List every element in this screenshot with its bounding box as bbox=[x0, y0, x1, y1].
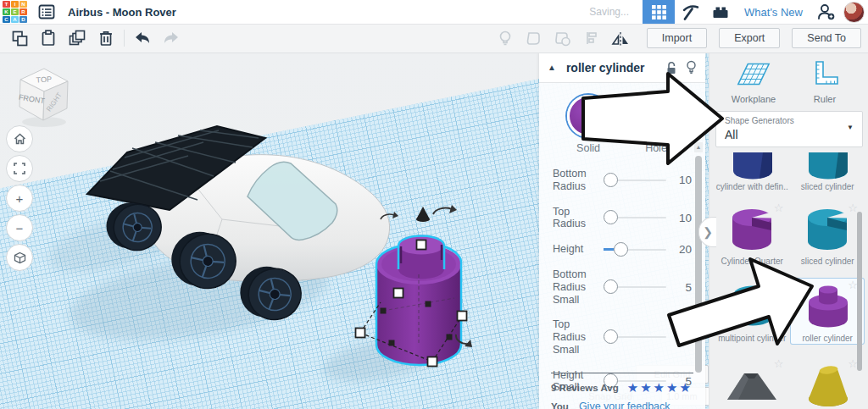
shape-parameters: Bottom Radius 10 Top Radius 10 Height 20… bbox=[539, 158, 705, 394]
shape-card[interactable]: ☆ Flattened cylinder bbox=[791, 357, 864, 409]
slider-knob[interactable] bbox=[604, 329, 618, 344]
slider-track[interactable] bbox=[604, 336, 666, 338]
material-swatches: Solid Hole bbox=[539, 83, 705, 158]
ungroup-icon[interactable] bbox=[548, 27, 577, 49]
reviews-footer: 9 Reviews Avg ★★★★★ You Give your feedba… bbox=[551, 373, 693, 409]
favorite-star-icon[interactable]: ☆ bbox=[774, 358, 784, 369]
viewcube-top-label: TOP bbox=[36, 75, 52, 84]
title-bar: TINKERCAD Airbus - Moon Rover Saving... … bbox=[0, 0, 868, 25]
lego-brick-icon[interactable] bbox=[705, 0, 736, 24]
favorite-star-icon[interactable]: ☆ bbox=[774, 279, 784, 290]
align-icon[interactable] bbox=[577, 27, 606, 49]
hole-label: Hole bbox=[635, 142, 677, 154]
library-scrollbar[interactable] bbox=[857, 212, 862, 371]
slider-top-radius-small: Top Radius Small 5 bbox=[553, 318, 692, 356]
mirror-icon[interactable] bbox=[606, 27, 635, 49]
inspector-scrollbar[interactable] bbox=[695, 156, 702, 373]
export-button[interactable]: Export bbox=[719, 28, 780, 48]
slider-track[interactable] bbox=[604, 249, 666, 251]
shape-card[interactable]: cylinder with defin.. bbox=[715, 151, 789, 192]
duplicate-icon[interactable] bbox=[63, 27, 92, 49]
dashboard-grid-button[interactable] bbox=[643, 0, 675, 24]
collapse-panel-icon[interactable]: ▲ bbox=[548, 63, 556, 72]
feedback-link[interactable]: Give your feedback bbox=[579, 401, 670, 409]
shape-library-panel: Workplane Ruler Shape Generators All ▼ bbox=[709, 53, 868, 409]
home-view-button[interactable] bbox=[6, 125, 33, 152]
shape-card[interactable]: sliced cylinder bbox=[791, 151, 864, 192]
inspector-header: ▲ roller cylinder bbox=[539, 53, 705, 83]
delete-icon[interactable] bbox=[92, 27, 120, 49]
edit-toolbar: Import Export Send To bbox=[0, 24, 868, 53]
undo-icon[interactable] bbox=[128, 27, 157, 49]
slider-knob[interactable] bbox=[604, 210, 618, 224]
show-all-icon[interactable] bbox=[491, 27, 520, 49]
whats-new-link[interactable]: What's New bbox=[744, 6, 803, 19]
shape-card[interactable]: ☆ Square tapered to .. bbox=[715, 357, 789, 409]
ruler-icon bbox=[810, 59, 840, 88]
slider-knob[interactable] bbox=[614, 242, 628, 257]
view-cube[interactable]: TOP FRONT RIGHT bbox=[10, 59, 76, 132]
shape-card-selected[interactable]: ☆ roller cylinder bbox=[791, 279, 864, 344]
slider-height: Height 20 bbox=[553, 243, 692, 256]
zoom-out-button[interactable]: − bbox=[6, 214, 33, 241]
shape-name: roller cylinder bbox=[566, 61, 657, 75]
shape-card[interactable]: ☆ Cylinder Quarter bbox=[715, 202, 789, 267]
slider-bottom-radius-small: Bottom Radius Small 5 bbox=[553, 268, 692, 306]
shape-generators-dropdown[interactable]: Shape Generators All ▼ bbox=[715, 111, 863, 147]
unlock-icon[interactable] bbox=[665, 61, 677, 75]
ruler-tool[interactable]: Ruler bbox=[794, 59, 855, 104]
scroll-up-button[interactable]: ▲ bbox=[694, 142, 703, 152]
slider-track[interactable] bbox=[604, 286, 666, 288]
slider-track[interactable] bbox=[604, 217, 666, 218]
fit-view-button[interactable] bbox=[6, 155, 33, 182]
raise-handle[interactable] bbox=[416, 207, 430, 222]
main-area: TOP FRONT RIGHT + − Edit Grid Snap Grid … bbox=[0, 53, 868, 409]
design-menu-icon[interactable] bbox=[36, 3, 58, 21]
slider-knob[interactable] bbox=[604, 173, 618, 187]
import-button[interactable]: Import bbox=[647, 28, 707, 48]
caret-down-icon: ▼ bbox=[847, 124, 854, 131]
saving-status: Saving... bbox=[589, 6, 629, 18]
paste-icon[interactable] bbox=[34, 27, 63, 49]
invite-user-icon[interactable] bbox=[811, 0, 842, 24]
hide-lightbulb-icon[interactable] bbox=[686, 60, 697, 75]
slider-top-radius: Top Radius 10 bbox=[553, 206, 692, 231]
hole-swatch[interactable] bbox=[635, 95, 677, 137]
send-to-button[interactable]: Send To bbox=[792, 28, 861, 48]
solid-label: Solid bbox=[567, 142, 609, 154]
favorite-star-icon[interactable]: ☆ bbox=[848, 202, 858, 213]
you-label: You bbox=[551, 401, 569, 409]
favorite-star-icon[interactable]: ☆ bbox=[774, 202, 784, 213]
workplane-tool[interactable]: Workplane bbox=[723, 59, 784, 104]
rating-stars[interactable]: ★★★★★ bbox=[627, 381, 693, 394]
tinkercad-logo[interactable]: TINKERCAD bbox=[3, 1, 27, 23]
slider-knob[interactable] bbox=[604, 279, 618, 294]
group-icon[interactable] bbox=[520, 27, 548, 49]
slider-track[interactable] bbox=[604, 180, 666, 181]
solid-swatch[interactable] bbox=[567, 95, 609, 137]
reviews-avg-label: 9 Reviews Avg bbox=[551, 383, 619, 393]
workplane-icon bbox=[736, 59, 771, 88]
redo-icon[interactable] bbox=[157, 27, 186, 49]
zoom-in-button[interactable]: + bbox=[6, 185, 33, 212]
minecraft-pickaxe-icon[interactable] bbox=[675, 0, 705, 24]
tinkercad-app: TINKERCAD Airbus - Moon Rover Saving... … bbox=[0, 0, 868, 409]
shape-cards-grid: cylinder with defin.. sliced cylinder ☆ … bbox=[709, 149, 868, 409]
user-avatar[interactable] bbox=[843, 2, 865, 23]
shape-inspector-panel: ▲ roller cylinder Solid Hole bbox=[539, 53, 705, 409]
slider-bottom-radius: Bottom Radius 10 bbox=[553, 168, 692, 193]
shape-card[interactable]: ☆ sliced cylinder bbox=[791, 202, 864, 267]
shape-card[interactable]: ☆ multipoint cylinder bbox=[715, 279, 789, 344]
perspective-toggle-button[interactable] bbox=[6, 244, 33, 271]
copy-icon[interactable] bbox=[5, 27, 34, 49]
design-title: Airbus - Moon Rover bbox=[68, 6, 176, 19]
